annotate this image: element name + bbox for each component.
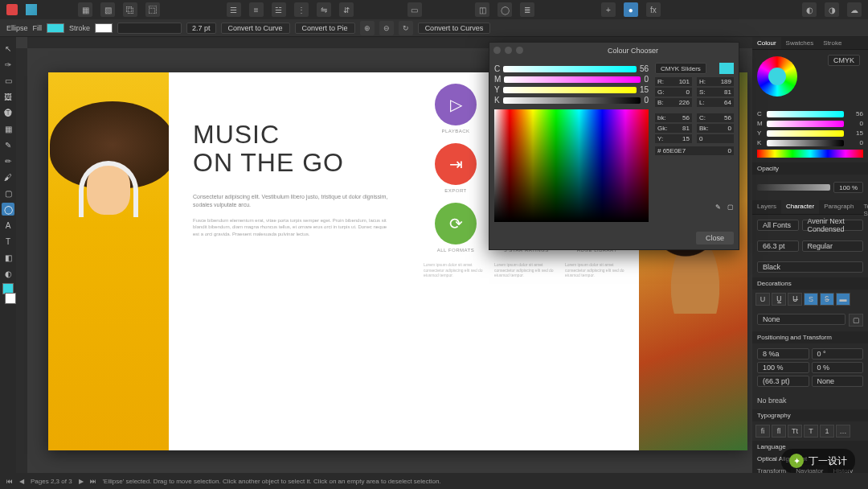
cc-hex[interactable]: # 65E0E70 — [655, 146, 734, 155]
strike-s-button[interactable]: S — [804, 293, 818, 306]
colour-field[interactable] — [494, 109, 649, 222]
m-slider[interactable] — [767, 121, 844, 127]
tab-textstyles[interactable]: Text Styles — [859, 200, 869, 214]
cc-l[interactable]: L:64 — [697, 98, 734, 107]
persona-icon[interactable] — [26, 4, 37, 15]
transparency-tool-icon[interactable]: ◐ — [2, 267, 14, 280]
add-swatch-icon[interactable]: ▢ — [727, 203, 734, 211]
highlight-button[interactable]: ▬ — [836, 293, 850, 306]
y-slider[interactable] — [767, 130, 844, 137]
image-tool-icon[interactable]: 🖼 — [2, 90, 14, 103]
no-break[interactable]: No break — [757, 397, 787, 405]
align-left-icon[interactable]: ☰ — [227, 2, 241, 17]
deco-none[interactable]: None — [757, 314, 845, 325]
distribute-icon[interactable]: ⋮ — [294, 2, 309, 17]
positioning-header[interactable]: Positioning and Transform — [757, 334, 832, 341]
dialog-close-icon[interactable] — [493, 47, 501, 54]
pen-tool-icon[interactable]: ✎ — [2, 138, 14, 151]
baseline-icon[interactable]: ≣ — [520, 2, 534, 17]
feature-icon-export[interactable]: ⇥EXPORT — [424, 143, 488, 193]
arrange-back-icon[interactable]: ▦ — [78, 2, 92, 17]
frame-text-icon[interactable]: A — [2, 219, 14, 232]
cc-r[interactable]: R:101 — [655, 77, 692, 86]
flip-v-icon[interactable]: ⇵ — [339, 2, 354, 17]
caption-text[interactable]: Lorem ipsum dolor sit amet consectetur a… — [565, 262, 629, 278]
ungroup-icon[interactable]: ⿹ — [145, 2, 160, 17]
table-tool-icon[interactable]: ▦ — [2, 122, 14, 135]
align-right-icon[interactable]: ☱ — [272, 2, 286, 17]
font-weight[interactable]: Regular — [802, 240, 864, 252]
add-page-icon[interactable]: + — [601, 2, 616, 17]
k-slider[interactable] — [767, 140, 844, 146]
feature-icon-playback[interactable]: ▷PLAYBACK — [424, 84, 488, 134]
flip-h-icon[interactable]: ⇋ — [317, 2, 331, 17]
align-center-icon[interactable]: ≡ — [249, 2, 264, 17]
preflight-icon[interactable]: ● — [624, 2, 638, 17]
language-header[interactable]: Language — [757, 443, 786, 450]
pos-t2[interactable]: 100 % — [757, 362, 809, 373]
dialog-max-icon[interactable] — [516, 47, 523, 54]
pos-spacing[interactable]: None — [812, 376, 864, 387]
typo-5[interactable]: 1 — [820, 425, 834, 438]
preview-icon[interactable]: ◯ — [497, 2, 512, 17]
typo-3[interactable]: Tt — [788, 425, 802, 438]
tab-swatches[interactable]: Swatches — [781, 37, 819, 49]
stroke-width-field[interactable]: 2.7 pt — [186, 23, 216, 34]
group-icon[interactable]: ⿻ — [123, 2, 137, 17]
dialog-min-icon[interactable] — [505, 47, 512, 54]
typo-6[interactable]: … — [836, 425, 850, 438]
unlock-icon[interactable]: ⊖ — [379, 21, 394, 35]
typo-2[interactable]: ﬂ — [772, 425, 786, 438]
caption-text[interactable]: Lorem ipsum dolor sit amet consectetur a… — [494, 262, 559, 278]
lock-icon[interactable]: ⊕ — [360, 21, 375, 35]
typo-4[interactable]: T — [804, 425, 818, 438]
cc-m-slider[interactable] — [504, 76, 641, 83]
convert-curves-button[interactable]: Convert to Curves — [418, 23, 491, 34]
convert-pie-button[interactable]: Convert to Pie — [295, 23, 355, 34]
fill-tool-icon[interactable]: ◧ — [2, 251, 14, 264]
colour-wheel[interactable] — [757, 56, 797, 97]
page-nav-prev-icon[interactable]: ◀ — [19, 478, 24, 485]
arrange-front-icon[interactable]: ▧ — [100, 2, 115, 17]
decorations-header[interactable]: Decorations — [757, 280, 792, 287]
cc-gk[interactable]: Gk:81 — [655, 124, 692, 133]
move-tool-icon[interactable]: ↖ — [2, 42, 14, 55]
cc-bk[interactable]: bk:56 — [655, 113, 692, 122]
fx-icon[interactable]: fx — [646, 2, 661, 17]
account-icon[interactable]: ◐ — [802, 2, 817, 17]
cc-b[interactable]: B:226 — [655, 98, 692, 107]
opacity-value[interactable]: 100 % — [833, 182, 863, 193]
convert-curve-button[interactable]: Convert to Curve — [221, 23, 290, 34]
cc-bk2[interactable]: Bk:0 — [697, 124, 734, 133]
view-mode-icon[interactable]: ▭ — [407, 2, 422, 17]
underline-button[interactable]: U — [755, 293, 770, 306]
text-tool-icon[interactable]: 🅣 — [2, 106, 14, 119]
tab-layers[interactable]: Layers — [752, 200, 781, 214]
stroke-style[interactable] — [117, 23, 182, 34]
page-nav-next-icon[interactable]: ▶ — [79, 478, 84, 485]
page-nav-first-icon[interactable]: ⏮ — [6, 478, 13, 485]
tab-stroke[interactable]: Stroke — [818, 37, 846, 49]
rectangle-tool-icon[interactable]: ▢ — [2, 187, 14, 199]
hue-strip[interactable] — [757, 150, 863, 158]
cc-s[interactable]: S:81 — [697, 88, 734, 97]
cc-mode[interactable]: CMYK Sliders — [655, 63, 706, 74]
page-nav-last-icon[interactable]: ⏭ — [90, 478, 96, 485]
brush-tool-icon[interactable]: 🖌 — [2, 171, 14, 183]
cc-g[interactable]: G:0 — [655, 88, 692, 97]
stroke-swatch[interactable] — [95, 23, 113, 33]
colour-chooser-dialog[interactable]: Colour Chooser C56 M0 Y15 K0 CMYK Slider… — [489, 42, 739, 250]
intro-paragraph[interactable]: Consectetur adipiscing elit. Vestibulum … — [193, 193, 390, 209]
font-family[interactable]: Avenir Next Condensed — [802, 220, 864, 231]
c-slider[interactable] — [767, 111, 844, 117]
eyedropper-icon[interactable]: ✎ — [715, 203, 721, 211]
pos-t3[interactable]: 0 % — [812, 362, 864, 373]
tab-colour[interactable]: Colour — [752, 37, 781, 49]
pos-kern[interactable]: (66.3 pt) — [757, 376, 809, 387]
pos-t1[interactable]: 0 ° — [812, 348, 864, 360]
opacity-slider[interactable] — [757, 184, 830, 191]
snap-icon[interactable]: ◫ — [475, 2, 489, 17]
pos-scale[interactable]: 8 %a — [757, 348, 809, 360]
strike-double-button[interactable]: S̶ — [820, 293, 834, 306]
help-icon[interactable]: ◑ — [825, 2, 839, 17]
